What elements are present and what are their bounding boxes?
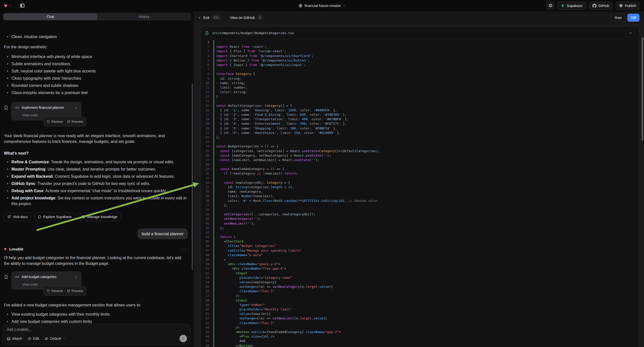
code-line: 5import { Button } from '@/components/ui… (201, 58, 639, 63)
view-on-github-button[interactable]: View on GitHub (230, 16, 255, 20)
code-text: name: newCategory, (213, 190, 639, 194)
code-line: 52 <Input (201, 271, 639, 276)
composer[interactable]: Ask Lovable... Attach Edit Default ↑ (2, 324, 191, 345)
sidebar-toggle-button[interactable] (18, 2, 26, 10)
tab-chat[interactable]: Chat (4, 14, 97, 20)
line-number: 31 (201, 176, 209, 180)
code-text: import { Button } from '@/components/ui/… (213, 58, 639, 63)
code-line: 43 (201, 230, 639, 235)
message-text: Your sleek financial planner is now read… (4, 133, 178, 144)
code-line: 2import React from 'react'; (201, 44, 639, 49)
publish-button[interactable]: Publish (615, 2, 640, 10)
raw-toggle-button[interactable]: Raw (611, 14, 625, 22)
project-switcher[interactable]: financial-future-creator (298, 0, 346, 11)
line-number: 43 (201, 230, 209, 235)
code-text: onChange={(e) => setNewLimit(e.target.va… (213, 316, 639, 320)
code-text: { id: '5', name: 'Shopping', limit: 200,… (213, 126, 639, 131)
file-card: src/components/budget/BudgetCategories.t… (201, 27, 639, 347)
whats-next-bullets: Refine & Customize: Tweak the design, an… (4, 159, 188, 206)
list-item: Glass-morphic elements for a premium fee… (4, 90, 188, 96)
project-name: financial-future-creator (304, 4, 340, 8)
chat-scrollbar[interactable] (192, 84, 193, 270)
send-button[interactable]: ↑ (180, 335, 187, 342)
version-card-add-budget-categories[interactable]: <> Add budget categories › View code Res… (11, 271, 82, 290)
fold-toggle-icon[interactable]: › (209, 72, 213, 76)
attach-button[interactable]: Attach (7, 336, 22, 340)
fold-toggle-icon (209, 239, 213, 244)
restore-button[interactable]: Restore (47, 119, 63, 124)
chat-input[interactable]: Ask Lovable... (7, 327, 186, 332)
fold-toggle-icon (209, 199, 213, 203)
code-editor[interactable]: 12import React from 'react';3import { Pl… (201, 40, 639, 347)
preview-button[interactable]: Preview (67, 288, 83, 294)
fold-toggle-icon (209, 325, 213, 330)
fold-toggle-icon (209, 344, 213, 347)
esc-keycap: ESC (212, 16, 221, 20)
preview-button[interactable]: Preview (67, 119, 83, 124)
chevron-right-icon: › (76, 275, 77, 279)
code-text: { id: '3', name: 'Transportation', limit… (213, 117, 639, 122)
code-line: 49 > (201, 258, 639, 262)
supabase-button[interactable]: Supabase (557, 2, 586, 10)
code-icon: <> (15, 105, 19, 110)
tab-history[interactable]: History (97, 14, 191, 20)
line-number: 50 (201, 262, 209, 266)
exit-button[interactable]: Exit (204, 16, 209, 20)
code-viewer-header: ‹ Exit ESC View on GitHub G Raw Diff (194, 11, 644, 24)
line-number: 42 (201, 226, 209, 230)
line-number: 32 (201, 180, 209, 185)
line-number: 29 (201, 167, 209, 171)
code-line: 22]; (201, 135, 639, 140)
code-text (213, 140, 639, 144)
line-number: 52 (201, 271, 209, 276)
file-header[interactable]: src/components/budget/BudgetCategories.t… (201, 27, 639, 39)
code-line: 3import { Plus } from 'lucide-react'; (201, 49, 639, 54)
code-line: 9 id: string; (201, 76, 639, 81)
edit-button[interactable]: Edit (28, 336, 39, 340)
version-card-implement-financial-planner[interactable]: <> Implement financial planner › View co… (11, 102, 82, 120)
code-text: }; (213, 226, 639, 230)
collapse-file-button[interactable] (626, 29, 635, 38)
fold-toggle-icon[interactable]: › (209, 104, 213, 108)
code-line: 65 <Button onClick={handleAddCategory} c… (201, 330, 639, 334)
settings-button[interactable]: ⚙ (546, 2, 555, 10)
line-number: 7 (201, 67, 209, 72)
line-number: 46 (201, 244, 209, 248)
list-item: Soft, neutral color palette with light b… (4, 68, 188, 74)
code-text: import { Input } from '@/components/ui/i… (213, 63, 639, 67)
fold-toggle-icon (209, 316, 213, 320)
code-line: 54 value={newCategory} (201, 280, 639, 284)
code-line: 37 }; (201, 203, 639, 208)
fold-toggle-icon (209, 44, 213, 49)
list-item: Add new budget categories with custom li… (4, 318, 188, 323)
code-scrollbar[interactable] (642, 37, 643, 141)
code-text: onChange={(e) => setNewCategory(e.target… (213, 284, 639, 289)
code-line: 8›interface Category { (201, 72, 639, 76)
fold-toggle-icon[interactable]: › (209, 144, 213, 148)
code-text: <Button onClick={handleAddCategory} clas… (213, 330, 639, 334)
bookmark-icon[interactable] (4, 275, 8, 279)
visit-docs-button[interactable]: Visit docs (4, 212, 31, 221)
code-text: id: string; (213, 76, 639, 81)
mode-selector[interactable]: Default (44, 336, 65, 340)
more-menu-icon[interactable]: ··· (182, 246, 188, 252)
lovable-logo-icon[interactable]: ♥ (4, 3, 8, 9)
fold-toggle-icon (209, 208, 213, 212)
fold-toggle-icon[interactable]: › (209, 167, 213, 171)
code-viewer-panel: ‹ Exit ESC View on GitHub G Raw Diff src… (194, 11, 644, 347)
line-number: 64 (201, 325, 209, 330)
line-number: 5 (201, 58, 209, 63)
line-number: 44 (201, 235, 209, 239)
diff-toggle-button[interactable]: Diff (627, 14, 640, 22)
fold-toggle-icon (209, 334, 213, 339)
fold-toggle-icon[interactable]: › (209, 180, 213, 185)
github-button[interactable]: GitHub (589, 2, 613, 10)
restore-button[interactable]: Restore (47, 288, 63, 294)
bookmark-icon[interactable] (4, 106, 8, 110)
code-line: 4import ChartCard from '@/components/ui/… (201, 54, 639, 58)
manage-knowledge-button[interactable]: Manage knowledge (78, 212, 121, 221)
design-heading: For the design aesthetic: (4, 44, 188, 50)
chevron-down-icon[interactable] (9, 4, 12, 7)
code-text: const [newCategory, setNewCategory] = Re… (213, 153, 639, 158)
explore-supabase-button[interactable]: Explore Supabase (34, 212, 75, 221)
